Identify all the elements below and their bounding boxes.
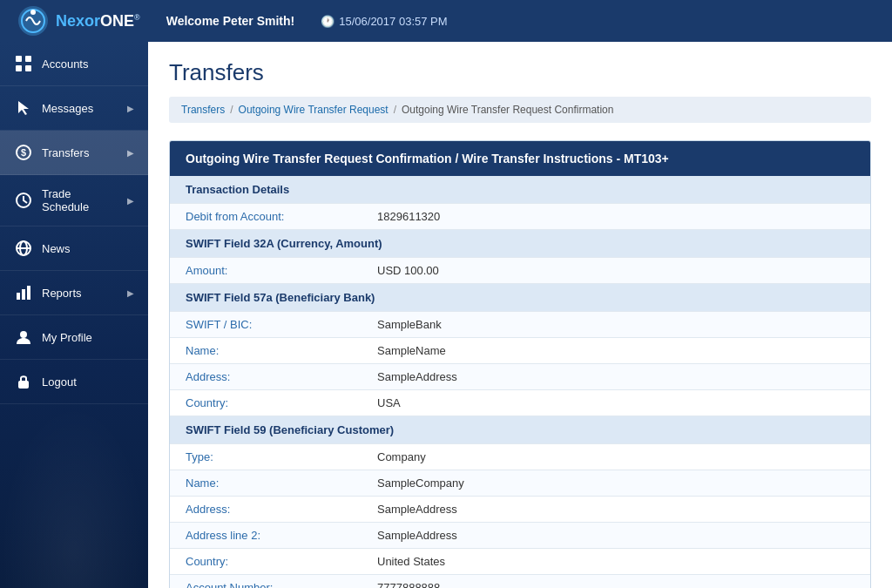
section-header-row: SWIFT Field 57a (Beneficiary Bank)	[170, 284, 870, 312]
sidebar-decoration	[0, 404, 148, 588]
row-value: USD 100.00	[362, 258, 870, 284]
card-header: Outgoing Wire Transfer Request Confirmat…	[170, 141, 870, 176]
sidebar-item-transfers[interactable]: $ Transfers ▶	[0, 131, 148, 175]
row-value: USA	[362, 390, 870, 416]
svg-rect-3	[16, 56, 22, 62]
row-value: 1829611320	[362, 204, 870, 230]
row-key: Type:	[170, 444, 362, 470]
transfer-details-card: Outgoing Wire Transfer Request Confirmat…	[169, 140, 871, 588]
sidebar-item-accounts[interactable]: Accounts	[0, 42, 148, 86]
header-datetime: 🕐 15/06/2017 03:57 PM	[321, 15, 447, 28]
row-key: Name:	[170, 338, 362, 364]
row-key: Address line 2:	[170, 523, 362, 549]
breadcrumb-outgoing-request[interactable]: Outgoing Wire Transfer Request	[239, 104, 389, 116]
sidebar-item-news[interactable]: News	[0, 226, 148, 271]
section-header-label: Transaction Details	[170, 176, 870, 204]
svg-point-16	[20, 331, 27, 338]
lock-icon	[14, 372, 33, 391]
row-value: SampleAddress	[362, 497, 870, 523]
table-row: Debit from Account:1829611320	[170, 204, 870, 230]
section-header-row: SWIFT Field 32A (Currency, Amount)	[170, 230, 870, 258]
sidebar-item-reports-label: Reports	[42, 287, 82, 300]
section-header-label: SWIFT Field 59 (Beneficiary Customer)	[170, 416, 870, 444]
sidebar-item-trade-schedule-label: Trade Schedule	[42, 187, 118, 213]
sidebar-item-logout-label: Logout	[42, 375, 77, 389]
logo: NexorONE®	[17, 5, 140, 37]
clock-icon: 🕐	[321, 15, 334, 28]
app-header: NexorONE® Welcome Peter Smith! 🕐 15/06/2…	[0, 0, 892, 42]
chevron-right-icon: ▶	[127, 104, 134, 113]
logo-text: NexorONE®	[56, 12, 140, 30]
breadcrumb-transfers[interactable]: Transfers	[181, 104, 225, 116]
table-row: Type:Company	[170, 444, 870, 470]
person-icon	[14, 328, 33, 347]
breadcrumb: Transfers / Outgoing Wire Transfer Reque…	[169, 97, 871, 123]
sidebar-item-reports[interactable]: Reports ▶	[0, 271, 148, 315]
row-key: Amount:	[170, 258, 362, 284]
table-row: Country:United States	[170, 549, 870, 575]
table-row: Address line 2:SampleAddress	[170, 523, 870, 549]
sidebar-item-transfers-label: Transfers	[42, 146, 89, 159]
breadcrumb-current: Outgoing Wire Transfer Request Confirmat…	[402, 104, 613, 116]
svg-rect-13	[17, 293, 20, 300]
row-key: Debit from Account:	[170, 204, 362, 230]
row-value: 7777888888	[362, 575, 870, 589]
row-value: SampleAddress	[362, 523, 870, 549]
row-key: Country:	[170, 390, 362, 416]
row-value: SampleCompany	[362, 470, 870, 497]
svg-text:$: $	[21, 147, 26, 158]
row-value: United States	[362, 549, 870, 575]
svg-rect-6	[25, 65, 31, 71]
table-row: Country:USA	[170, 390, 870, 416]
row-value: SampleAddress	[362, 364, 870, 390]
table-row: Name:SampleName	[170, 338, 870, 364]
sidebar-item-messages[interactable]: Messages ▶	[0, 86, 148, 131]
row-key: Address:	[170, 364, 362, 390]
sidebar: Accounts Messages ▶ $ Transfers ▶	[0, 42, 148, 588]
grid-icon	[14, 54, 33, 73]
dollar-icon: $	[14, 143, 33, 162]
section-header-label: SWIFT Field 57a (Beneficiary Bank)	[170, 284, 870, 312]
chevron-right-icon: ▶	[127, 288, 134, 298]
sidebar-item-trade-schedule[interactable]: Trade Schedule ▶	[0, 175, 148, 226]
section-header-row: SWIFT Field 59 (Beneficiary Customer)	[170, 416, 870, 444]
chart-icon	[14, 283, 33, 302]
svg-rect-17	[18, 381, 29, 389]
svg-rect-4	[25, 56, 31, 62]
table-row: Address:SampleAddress	[170, 364, 870, 390]
logo-icon	[17, 5, 49, 37]
row-value: SampleBank	[362, 312, 870, 338]
row-key: Country:	[170, 549, 362, 575]
svg-rect-14	[22, 289, 25, 300]
section-header-label: SWIFT Field 32A (Currency, Amount)	[170, 230, 870, 258]
details-table: Transaction DetailsDebit from Account:18…	[170, 176, 870, 588]
section-header-row: Transaction Details	[170, 176, 870, 204]
sidebar-item-accounts-label: Accounts	[42, 57, 88, 71]
sidebar-item-logout[interactable]: Logout	[0, 360, 148, 404]
table-row: Address:SampleAddress	[170, 497, 870, 523]
sidebar-item-my-profile[interactable]: My Profile	[0, 315, 148, 360]
globe-icon	[14, 239, 33, 258]
page-title: Transfers	[169, 59, 871, 86]
breadcrumb-sep-1: /	[230, 104, 233, 116]
table-row: SWIFT / BIC:SampleBank	[170, 312, 870, 338]
table-row: Account Number:7777888888	[170, 575, 870, 589]
breadcrumb-sep-2: /	[394, 104, 396, 116]
sidebar-item-my-profile-label: My Profile	[42, 331, 92, 344]
chevron-right-icon: ▶	[127, 196, 134, 206]
svg-rect-15	[27, 286, 30, 300]
sidebar-item-news-label: News	[42, 242, 71, 255]
main-content: Transfers Transfers / Outgoing Wire Tran…	[148, 42, 892, 588]
row-key: Account Number:	[170, 575, 362, 589]
row-key: Name:	[170, 470, 362, 497]
cursor-icon	[14, 98, 33, 118]
row-value: Company	[362, 444, 870, 470]
row-key: SWIFT / BIC:	[170, 312, 362, 338]
chevron-right-icon: ▶	[127, 148, 134, 158]
row-value: SampleName	[362, 338, 870, 364]
table-row: Amount:USD 100.00	[170, 258, 870, 284]
svg-rect-5	[16, 65, 22, 71]
clock-icon	[14, 191, 33, 210]
sidebar-item-messages-label: Messages	[42, 102, 93, 115]
row-key: Address:	[170, 497, 362, 523]
